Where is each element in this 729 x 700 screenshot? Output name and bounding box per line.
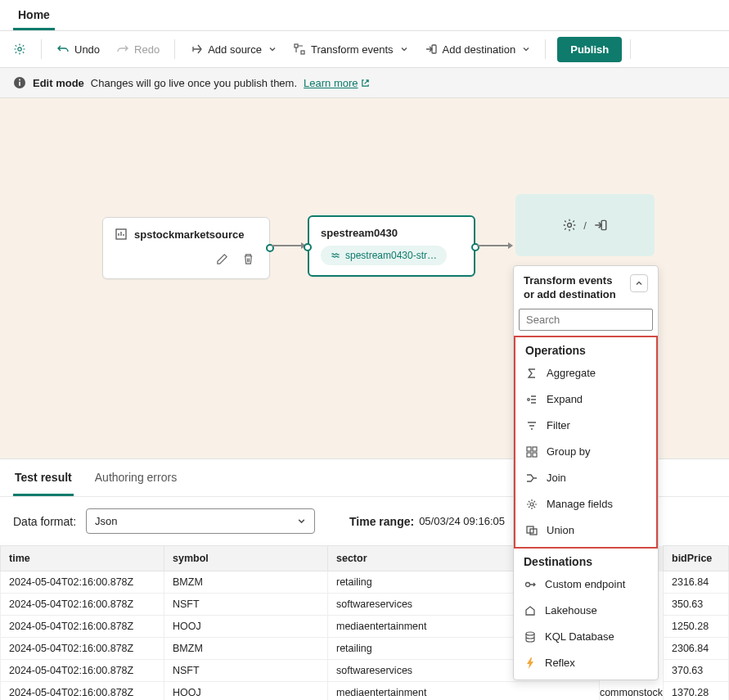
search-input[interactable]	[519, 309, 653, 331]
svg-rect-14	[533, 453, 537, 457]
settings-button[interactable]	[7, 36, 33, 62]
cell-time: 2024-05-04T02:16:00.878Z	[1, 682, 164, 701]
menu-union[interactable]: Union	[515, 517, 656, 544]
cell-bidprice: 1370.28	[664, 682, 729, 701]
menu-custom-endpoint[interactable]: Custom endpoint	[514, 571, 658, 598]
cell-hidden: commonstock	[599, 682, 663, 701]
time-range-label: Time range:	[349, 515, 414, 528]
cell-time: 2024-05-04T02:16:00.878Z	[1, 660, 164, 682]
add-source-button[interactable]: Add source	[183, 38, 283, 61]
redo-button[interactable]: Redo	[110, 38, 166, 61]
tab-authoring-errors[interactable]: Authoring errors	[93, 459, 178, 496]
node-stream[interactable]: spestream0430 spestream0430-str…	[308, 215, 475, 277]
menu-filter[interactable]: Filter	[515, 413, 656, 439]
table-row[interactable]: 2024-05-04T02:16:00.878ZHOOJmediaenterta…	[1, 682, 729, 701]
group-icon	[525, 445, 538, 458]
menu-label: Custom endpoint	[545, 578, 625, 590]
arrow-icon	[508, 242, 513, 249]
destinations-title: Destinations	[514, 549, 658, 571]
reflex-icon	[524, 657, 537, 670]
menu-lakehouse[interactable]: Lakehouse	[514, 598, 658, 624]
endpoint-icon	[524, 578, 537, 591]
filter-icon	[525, 419, 538, 432]
transform-events-button[interactable]: Transform events	[286, 38, 415, 61]
operations-title: Operations	[515, 337, 656, 360]
redo-label: Redo	[134, 43, 160, 56]
menu-aggregate[interactable]: Aggregate	[515, 360, 656, 386]
sigma-icon	[525, 367, 538, 380]
menu-label: Reflex	[545, 657, 575, 669]
svg-point-19	[526, 632, 534, 635]
svg-point-6	[19, 79, 20, 81]
redo-icon	[116, 43, 129, 56]
destinations-section: Destinations Custom endpoint Lakehouse K…	[514, 547, 658, 680]
tab-home[interactable]: Home	[13, 0, 55, 30]
external-link-icon	[361, 79, 370, 88]
svg-rect-12	[533, 447, 537, 451]
cell-time: 2024-05-04T02:16:00.878Z	[1, 594, 164, 616]
menu-reflex[interactable]: Reflex	[514, 650, 658, 676]
port-input[interactable]	[304, 243, 312, 251]
fields-icon	[525, 498, 538, 511]
col-time[interactable]: time	[1, 546, 164, 571]
undo-icon	[56, 43, 70, 56]
data-format-value: Json	[95, 515, 117, 527]
data-format-label: Data format:	[13, 515, 76, 528]
chevron-down-icon	[522, 45, 530, 53]
node-source[interactable]: spstockmarketsource	[102, 217, 270, 279]
publish-button[interactable]: Publish	[557, 37, 622, 62]
menu-label: Join	[547, 472, 566, 484]
transform-popup: Transform events or add destination Oper…	[513, 265, 659, 680]
cell-symbol: HOOJ	[164, 616, 328, 638]
svg-rect-1	[295, 44, 298, 47]
data-format-select[interactable]: Json	[86, 508, 315, 534]
svg-point-8	[568, 224, 572, 228]
menu-join[interactable]: Join	[515, 465, 656, 491]
col-bidprice[interactable]: bidPrice	[664, 546, 729, 571]
add-destination-label: Add destination	[443, 43, 516, 56]
node-stream-title: spestream0430	[321, 227, 398, 239]
menu-label: Lakehouse	[545, 604, 597, 616]
svg-point-18	[526, 582, 530, 586]
tab-test-result[interactable]: Test result	[13, 459, 74, 496]
cell-bidprice: 2316.84	[664, 571, 729, 594]
svg-rect-2	[301, 51, 304, 54]
stream-icon	[331, 251, 340, 260]
edit-mode-message: Changes will go live once you publish th…	[91, 77, 297, 89]
edit-mode-label: Edit mode	[33, 77, 84, 89]
cell-symbol: HOOJ	[164, 682, 328, 701]
cell-symbol: NSFT	[164, 594, 328, 616]
svg-point-10	[528, 398, 530, 400]
info-icon	[13, 76, 26, 89]
cell-time: 2024-05-04T02:16:00.878Z	[1, 571, 164, 594]
menu-manage-fields[interactable]: Manage fields	[515, 491, 656, 517]
chart-icon	[115, 228, 128, 241]
join-icon	[525, 472, 538, 485]
gear-icon	[13, 43, 26, 56]
cell-symbol: BMZM	[164, 638, 328, 660]
gear-icon	[562, 218, 577, 233]
add-destination-icon	[425, 43, 438, 56]
connector	[272, 245, 303, 246]
undo-button[interactable]: Undo	[50, 38, 106, 61]
add-destination-button[interactable]: Add destination	[418, 38, 538, 61]
svg-rect-5	[19, 82, 20, 86]
cell-bidprice: 350.63	[664, 594, 729, 616]
menu-label: KQL Database	[545, 630, 614, 643]
menu-group-by[interactable]: Group by	[515, 439, 656, 465]
slash: /	[583, 219, 587, 232]
menu-label: Union	[547, 524, 574, 536]
cell-sector: mediaentertainment	[328, 682, 600, 701]
node-destination-placeholder[interactable]: /	[515, 194, 655, 256]
collapse-button[interactable]	[630, 274, 648, 292]
menu-expand[interactable]: Expand	[515, 386, 656, 413]
edit-node-button[interactable]	[212, 249, 232, 269]
menu-kql-database[interactable]: KQL Database	[514, 624, 658, 650]
stream-pill[interactable]: spestream0430-str…	[321, 246, 447, 265]
svg-point-15	[530, 503, 533, 506]
delete-node-button[interactable]	[238, 249, 258, 269]
learn-more-link[interactable]: Learn more	[304, 77, 369, 89]
cell-time: 2024-05-04T02:16:00.878Z	[1, 638, 164, 660]
col-symbol[interactable]: symbol	[164, 546, 328, 571]
menu-label: Expand	[547, 393, 583, 405]
